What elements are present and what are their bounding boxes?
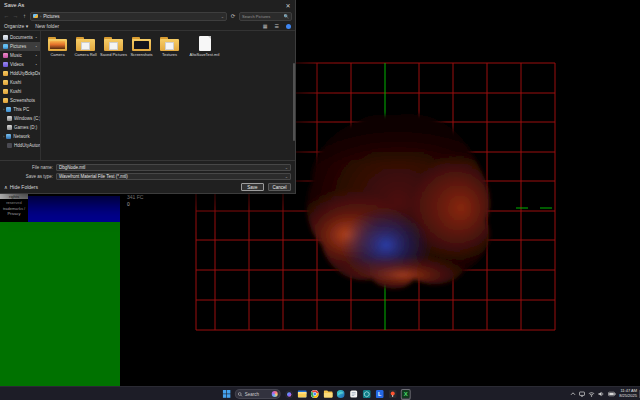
expand-chevron-icon[interactable]: › bbox=[3, 107, 4, 112]
folder-item-screenshots[interactable]: Screenshots bbox=[128, 35, 155, 57]
sidebar-item-documents[interactable]: Documents• bbox=[0, 33, 40, 42]
file-list: CameraCamera RollSaved PicturesScreensho… bbox=[41, 31, 295, 160]
save-type-label: Save as type: bbox=[0, 174, 56, 179]
wifi-icon[interactable] bbox=[588, 391, 595, 397]
pin-icon: • bbox=[36, 44, 37, 49]
blue-preview-panel bbox=[28, 196, 120, 222]
back-icon[interactable]: ← bbox=[3, 13, 10, 19]
sidebar-item-label: Screenshots bbox=[10, 98, 35, 103]
sidebar-item-network[interactable]: ›Network bbox=[0, 132, 40, 141]
taskbar: Search LX 11:47 AM 8/25/2025 bbox=[0, 386, 640, 400]
folder-item-camera-roll[interactable]: Camera Roll bbox=[72, 35, 99, 57]
folder-icon bbox=[104, 37, 123, 51]
clock-date: 8/25/2025 bbox=[619, 394, 637, 399]
green-preview-panel bbox=[0, 222, 120, 386]
search-placeholder: Search Pictures bbox=[242, 14, 270, 19]
sidebar-item-kushi[interactable]: Kushi bbox=[0, 78, 40, 87]
save-type-select[interactable]: Wavefront Material File Test (*.mtl) ⌄ bbox=[56, 173, 291, 180]
taskbar-search-input[interactable]: Search bbox=[235, 389, 281, 399]
sidebar-item-music[interactable]: Music• bbox=[0, 51, 40, 60]
file-name-input[interactable]: DbgNode.mtl ⌄ bbox=[56, 164, 291, 171]
pictures-folder-icon bbox=[33, 14, 38, 18]
taskbar-center: Search LX bbox=[222, 387, 411, 400]
viewport-stats: 341 FC 0 bbox=[127, 194, 143, 208]
pin-app-icon[interactable] bbox=[388, 389, 398, 400]
network-icon bbox=[6, 134, 11, 139]
sidebar-item-games-d[interactable]: Games (D:) bbox=[0, 123, 40, 132]
dialog-footer: File name: DbgNode.mtl ⌄ Save as type: W… bbox=[0, 160, 295, 194]
save-type-value: Wavefront Material File Test (*.mtl) bbox=[59, 174, 128, 179]
forward-icon[interactable]: → bbox=[12, 13, 19, 19]
folder-icon bbox=[3, 80, 8, 85]
save-type-dropdown-icon[interactable]: ⌄ bbox=[285, 174, 288, 179]
hide-folders-button[interactable]: ∧ Hide Folders bbox=[4, 184, 38, 190]
cancel-button[interactable]: Cancel bbox=[268, 183, 291, 191]
sidebar-item-hddutyautomat[interactable]: HddUtyAutomat bbox=[0, 141, 40, 150]
sidebar-item-hddutybckpdsk[interactable]: HddUtyBckpDsk bbox=[0, 69, 40, 78]
document-icon bbox=[3, 35, 8, 40]
folder-item-saved-pictures[interactable]: Saved Pictures bbox=[100, 35, 127, 57]
license-line: Privacy bbox=[0, 211, 28, 217]
pc-icon bbox=[6, 107, 11, 112]
dialog-toolbar: ← → ↑ › Pictures ⌄ ⟳ Search Pictures 🔍 bbox=[0, 10, 295, 22]
magnifier-icon: 🔍 bbox=[283, 14, 289, 19]
view-grid-icon[interactable]: ▦ bbox=[263, 23, 268, 29]
up-icon[interactable]: ↑ bbox=[21, 13, 28, 19]
sidebar-item-windows-c[interactable]: Windows (C:) bbox=[0, 114, 40, 123]
pictures-icon bbox=[3, 44, 8, 49]
notes-app-icon[interactable] bbox=[349, 389, 359, 400]
dialog-body: Documents•Pictures•Music•Videos•HddUtyBc… bbox=[0, 31, 295, 160]
monitor-icon[interactable] bbox=[579, 391, 585, 397]
close-icon[interactable]: ✕ bbox=[281, 0, 295, 10]
file-item-altosavetest-mtl[interactable]: AltoSaveTest.mtl bbox=[191, 35, 218, 57]
folder-icon bbox=[3, 89, 8, 94]
license-highlight: rights bbox=[0, 194, 28, 199]
folder-icon bbox=[132, 37, 151, 51]
chrome-icon[interactable] bbox=[310, 389, 320, 400]
pin-icon: • bbox=[36, 53, 37, 58]
volume-icon[interactable] bbox=[598, 391, 605, 397]
chevron-up-icon[interactable] bbox=[570, 391, 576, 397]
sidebar-item-this-pc[interactable]: ›This PC bbox=[0, 105, 40, 114]
help-icon[interactable] bbox=[286, 24, 291, 29]
x-app-icon[interactable]: X bbox=[401, 389, 411, 400]
refresh-icon[interactable]: ⟳ bbox=[229, 13, 237, 19]
stats-line2: 0 bbox=[127, 201, 143, 208]
copilot-icon[interactable] bbox=[284, 389, 294, 400]
search-highlights-orb-icon bbox=[272, 391, 278, 397]
file-item-label: Camera bbox=[50, 52, 64, 57]
3d-viewer-app-icon[interactable] bbox=[362, 389, 372, 400]
file-item-label: Screenshots bbox=[130, 52, 152, 57]
file-explorer-icon[interactable] bbox=[297, 389, 307, 400]
save-button[interactable]: Save bbox=[241, 183, 264, 191]
sidebar-item-label: Pictures bbox=[10, 44, 26, 49]
folder-thumbnail bbox=[134, 41, 149, 49]
folder-icon[interactable] bbox=[323, 389, 333, 400]
file-item-label: Saved Pictures bbox=[100, 52, 127, 57]
breadcrumb-location[interactable]: Pictures bbox=[43, 14, 59, 19]
new-folder-button[interactable]: New folder bbox=[35, 23, 59, 29]
file-name-dropdown-icon[interactable]: ⌄ bbox=[285, 165, 288, 170]
pin-icon: • bbox=[36, 62, 37, 67]
sidebar-item-screenshots[interactable]: Screenshots bbox=[0, 96, 40, 105]
start-icon[interactable] bbox=[222, 389, 232, 400]
organize-button[interactable]: Organize ▾ bbox=[4, 23, 28, 29]
sidebar-item-kushi[interactable]: Kushi bbox=[0, 87, 40, 96]
edge-icon[interactable] bbox=[336, 389, 346, 400]
sidebar-scrollbar[interactable] bbox=[293, 63, 295, 141]
folder-icon bbox=[3, 98, 8, 103]
folder-icon bbox=[160, 37, 179, 51]
view-list-icon[interactable]: ☰ bbox=[275, 23, 279, 29]
sidebar-item-videos[interactable]: Videos• bbox=[0, 60, 40, 69]
address-dropdown-icon[interactable]: ⌄ bbox=[221, 14, 224, 19]
battery-icon[interactable] bbox=[608, 391, 616, 397]
folder-item-textures[interactable]: Textures bbox=[156, 35, 183, 57]
search-input[interactable]: Search Pictures 🔍 bbox=[239, 12, 292, 21]
sidebar-item-pictures[interactable]: Pictures• bbox=[0, 42, 40, 51]
l-app-icon[interactable]: L bbox=[375, 389, 385, 400]
taskbar-clock[interactable]: 11:47 AM 8/25/2025 bbox=[619, 389, 637, 398]
expand-chevron-icon[interactable]: › bbox=[3, 134, 4, 139]
address-bar[interactable]: › Pictures ⌄ bbox=[30, 12, 227, 21]
magnifier-icon bbox=[238, 392, 243, 397]
folder-item-camera[interactable]: Camera bbox=[44, 35, 71, 57]
